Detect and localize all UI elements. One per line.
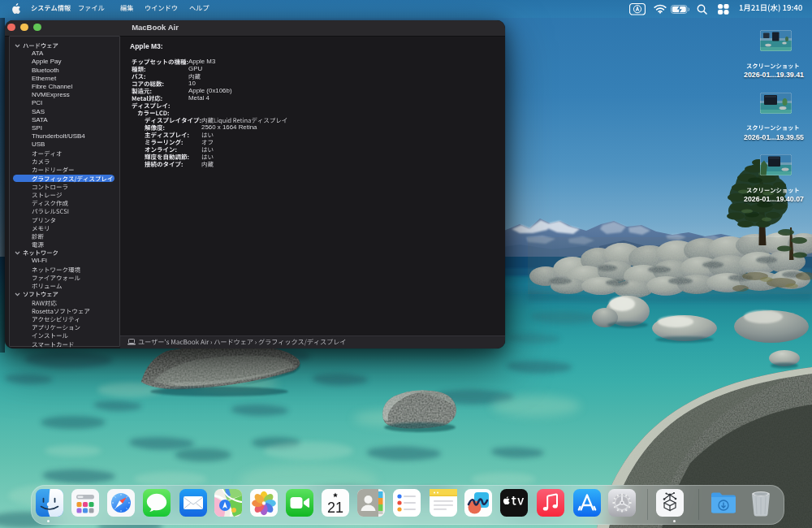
svg-text:21: 21 (327, 500, 343, 516)
